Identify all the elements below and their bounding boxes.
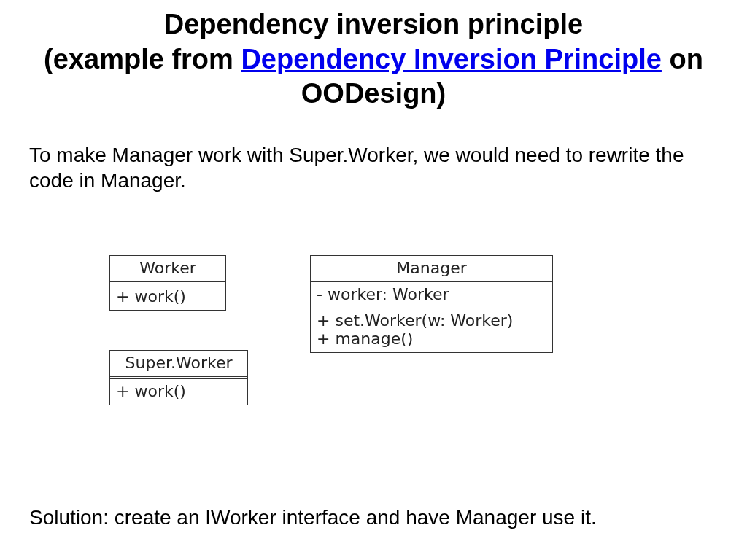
uml-manager-name: Manager <box>311 256 552 282</box>
uml-superworker-class: Super.Worker + work() <box>109 350 248 405</box>
solution-text: Solution: create an IWorker interface an… <box>0 505 747 530</box>
title-line1: Dependency inversion principle <box>164 9 583 39</box>
uml-manager-method2: + manage() <box>311 330 552 352</box>
intro-text: To make Manager work with Super.Worker, … <box>0 142 747 193</box>
title-link[interactable]: Dependency Inversion Principle <box>241 44 662 74</box>
slide-title: Dependency inversion principle (example … <box>0 0 747 112</box>
uml-manager-method1: + set.Worker(w: Worker) <box>311 308 552 330</box>
uml-superworker-name: Super.Worker <box>110 351 247 377</box>
uml-worker-method: + work() <box>110 284 225 310</box>
uml-superworker-method: + work() <box>110 379 247 405</box>
title-prefix: (example from <box>44 44 241 74</box>
uml-manager-class: Manager - worker: Worker + set.Worker(w:… <box>310 255 553 353</box>
uml-worker-name: Worker <box>110 256 225 282</box>
uml-manager-attr: - worker: Worker <box>311 282 552 308</box>
uml-worker-class: Worker + work() <box>109 255 226 311</box>
